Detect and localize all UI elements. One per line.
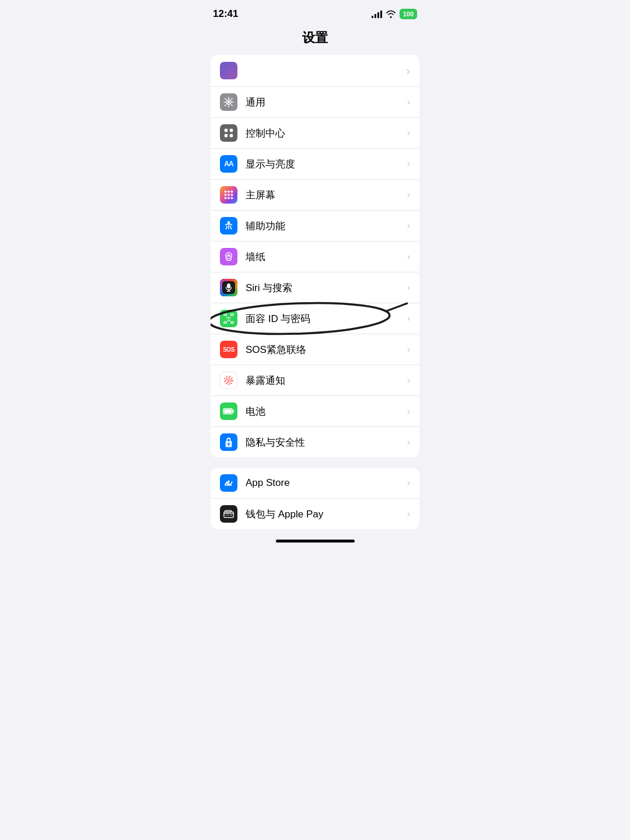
exposure-chevron: › <box>407 375 410 386</box>
svg-rect-3 <box>230 129 233 132</box>
battery-label: 电池 <box>246 405 407 418</box>
bottom-settings-group: App Store › 钱包与 Apple Pay › <box>211 468 419 529</box>
battery-chevron: › <box>407 406 410 416</box>
svg-point-12 <box>225 197 227 200</box>
app-store-chevron: › <box>407 478 410 488</box>
svg-rect-5 <box>230 134 233 137</box>
general-icon <box>220 93 237 111</box>
wallet-item[interactable]: 钱包与 Apple Pay › <box>211 499 419 529</box>
siri-chevron: › <box>407 282 410 293</box>
svg-point-18 <box>230 254 231 256</box>
wallpaper-item[interactable]: 墙纸 › <box>211 242 419 272</box>
wallet-icon <box>220 505 237 523</box>
exposure-icon <box>220 372 237 389</box>
accessibility-item[interactable]: 辅助功能 › <box>211 211 419 242</box>
page-title: 设置 <box>302 30 328 45</box>
svg-point-20 <box>226 256 228 257</box>
svg-point-0 <box>228 101 230 104</box>
sos-label: SOS紧急联络 <box>246 343 407 356</box>
svg-rect-43 <box>225 510 232 512</box>
display-chevron: › <box>407 159 410 169</box>
icloud-item[interactable]: › <box>211 55 419 87</box>
svg-point-19 <box>228 254 229 255</box>
battery-item[interactable]: 电池 › <box>211 396 419 427</box>
wifi-icon <box>386 10 396 18</box>
app-store-item[interactable]: App Store › <box>211 468 419 499</box>
control-center-icon <box>220 124 237 142</box>
face-id-chevron: › <box>407 313 410 324</box>
status-time: 12:41 <box>213 8 238 20</box>
privacy-chevron: › <box>407 437 410 447</box>
home-screen-icon <box>220 186 237 204</box>
app-store-label: App Store <box>246 477 407 489</box>
wallpaper-label: 墙纸 <box>246 250 407 264</box>
svg-point-21 <box>230 256 231 257</box>
signal-icon <box>372 10 382 18</box>
privacy-item[interactable]: 隐私与安全性 › <box>211 427 419 457</box>
wallpaper-icon <box>220 248 237 265</box>
svg-point-8 <box>231 191 233 193</box>
wallet-label: 钱包与 Apple Pay <box>246 508 407 521</box>
home-screen-label: 主屏幕 <box>246 188 407 202</box>
home-screen-item[interactable]: 主屏幕 › <box>211 180 419 211</box>
svg-rect-38 <box>224 410 232 413</box>
face-id-icon <box>220 310 237 327</box>
svg-point-14 <box>231 197 233 200</box>
main-settings-group: 通用 › 控制中心 › AA 显示与亮度 › <box>211 87 419 457</box>
privacy-label: 隐私与安全性 <box>246 436 407 449</box>
display-item[interactable]: AA 显示与亮度 › <box>211 149 419 180</box>
svg-point-6 <box>225 191 227 193</box>
app-store-icon <box>220 474 237 492</box>
exposure-item[interactable]: 暴露通知 › <box>211 365 419 396</box>
svg-line-31 <box>387 303 407 311</box>
svg-point-16 <box>228 254 230 257</box>
svg-point-9 <box>225 194 227 196</box>
home-screen-chevron: › <box>407 190 410 200</box>
battery-indicator: 100 <box>400 9 417 19</box>
svg-rect-2 <box>225 129 228 132</box>
svg-rect-27 <box>231 321 234 323</box>
siri-item[interactable]: Siri 与搜索 › <box>211 272 419 303</box>
wallet-chevron: › <box>407 509 410 519</box>
privacy-icon <box>220 433 237 451</box>
accessibility-icon <box>220 217 237 235</box>
icloud-icon <box>220 62 237 79</box>
general-label: 通用 <box>246 96 407 109</box>
sos-icon: SOS <box>220 341 237 358</box>
control-center-chevron: › <box>407 128 410 138</box>
svg-point-17 <box>226 254 228 256</box>
battery-icon <box>220 402 237 420</box>
svg-point-11 <box>231 194 233 196</box>
svg-point-44 <box>230 514 232 516</box>
siri-label: Siri 与搜索 <box>246 281 407 295</box>
control-center-item[interactable]: 控制中心 › <box>211 118 419 149</box>
svg-point-13 <box>228 197 230 200</box>
sos-item[interactable]: SOS SOS紧急联络 › <box>211 334 419 365</box>
svg-point-35 <box>228 380 229 381</box>
home-indicator <box>276 540 355 542</box>
general-chevron: › <box>407 97 410 107</box>
siri-icon <box>220 279 237 296</box>
face-id-label: 面容 ID 与密码 <box>246 312 407 326</box>
control-center-label: 控制中心 <box>246 127 407 140</box>
svg-rect-24 <box>224 314 227 316</box>
accessibility-label: 辅助功能 <box>246 219 407 233</box>
general-item[interactable]: 通用 › <box>211 87 419 118</box>
status-icons: 100 <box>372 9 417 19</box>
page-title-bar: 设置 <box>201 24 429 55</box>
svg-rect-4 <box>225 134 228 137</box>
display-icon: AA <box>220 155 237 173</box>
wallpaper-chevron: › <box>407 251 410 262</box>
svg-point-7 <box>228 191 230 193</box>
svg-rect-25 <box>231 314 234 316</box>
icloud-chevron: › <box>406 64 410 78</box>
display-label: 显示与亮度 <box>246 158 407 171</box>
svg-point-10 <box>228 194 230 196</box>
svg-rect-45 <box>226 514 229 516</box>
sos-chevron: › <box>407 344 410 355</box>
face-id-item[interactable]: 面容 ID 与密码 › <box>211 303 419 334</box>
status-bar: 12:41 100 <box>201 0 429 24</box>
exposure-label: 暴露通知 <box>246 374 407 387</box>
svg-rect-37 <box>233 410 234 413</box>
svg-rect-26 <box>224 321 227 323</box>
